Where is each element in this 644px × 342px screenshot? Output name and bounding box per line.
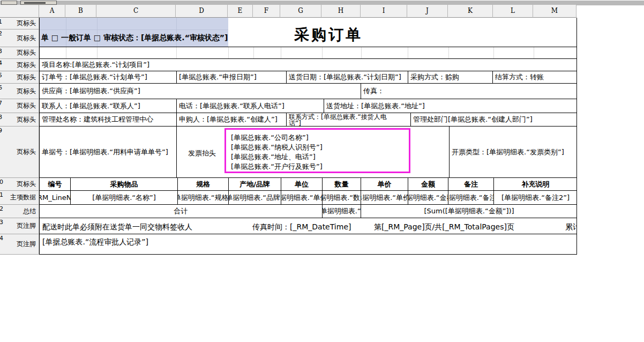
row-header-12[interactable]: 12总结 xyxy=(0,205,39,218)
band-row-3[interactable] xyxy=(39,47,577,59)
column-header-i[interactable]: I xyxy=(361,5,407,18)
cell-order-no[interactable]: 订单号：[单据总账表.“计划单号”] xyxy=(40,71,176,83)
gridline xyxy=(448,47,449,58)
band-label: 页标头 xyxy=(17,48,36,57)
row-header-9[interactable]: 9页标头 xyxy=(0,127,39,178)
band-row-14-approval[interactable]: [单据总账表.“流程审批人记录”] xyxy=(39,234,577,255)
column-header-k[interactable]: K xyxy=(448,5,493,18)
footer-page-count: 第[_RM_Page]页/共[_RM_TotalPages]页 xyxy=(374,222,514,232)
td-amount[interactable]: [单据明细表.“金额”] xyxy=(408,191,448,204)
th-price[interactable]: 单价 xyxy=(361,178,408,190)
cell-project-name[interactable]: 项目名称:[单据总账表.“计划项目”] xyxy=(40,59,577,71)
cell-supplier[interactable]: 供应商：[单据明细表.“供应商”] xyxy=(40,84,361,99)
th-spec[interactable]: 规格 xyxy=(177,178,228,190)
td-qty[interactable]: [单据明细表.“数量”] xyxy=(322,191,361,204)
row-header-4[interactable]: 4页标头 xyxy=(0,59,39,71)
band-rows-1-2: 单 □ 一般订单 □ 审核状态：[单据总账表.“审核状态”] 采购订单 xyxy=(39,18,577,47)
cell-office-name[interactable]: 管理处名称：建筑科技工程管理中心 xyxy=(40,113,176,126)
band-label: 主项数据 xyxy=(10,193,36,202)
column-header-l[interactable]: L xyxy=(493,5,533,18)
band-row-12-summary: 合计 [Sum([单据明细表.“数量”])] [Sum([单据明细表.“金额”]… xyxy=(39,205,577,218)
cell-office-department[interactable]: 管理处部门[单据总账表.“创建人部门”] xyxy=(410,113,577,126)
cell-contact-phone[interactable]: 电话：[单据总账表.“联系人电话”] xyxy=(176,99,324,113)
band-label: 页标头 xyxy=(17,87,36,96)
th-unit[interactable]: 单位 xyxy=(281,178,322,190)
cell-delivery-address[interactable]: 送货地址：[单据总账表.“地址”] xyxy=(324,99,577,113)
row-header-5[interactable]: 5页标头 xyxy=(0,71,39,84)
band-label: 页标头 xyxy=(17,73,36,82)
column-header-a[interactable]: A xyxy=(39,5,65,18)
column-header-f[interactable]: F xyxy=(253,5,280,18)
row-header-3[interactable]: 3页标头 xyxy=(0,47,39,59)
cell-total-label[interactable]: 合计 xyxy=(40,205,322,218)
cell-requester[interactable]: 申购人：[单据总账表.“创建人”] xyxy=(176,113,286,126)
td-line-no[interactable]: [_RM_LineNo] xyxy=(40,191,70,204)
th-amount[interactable]: 金额 xyxy=(408,178,448,190)
cell-purchase-method[interactable]: 采购方式：赊购 xyxy=(408,71,492,83)
order-type-checkbox-line: 单 □ 一般订单 □ 审核状态：[单据总账表.“审核状态”] xyxy=(41,33,228,43)
row-header-10[interactable]: 10页标头 xyxy=(0,178,39,191)
footer-note: 配送时此单必须附在送货单一同交物料签收人 xyxy=(42,222,192,232)
th-number[interactable]: 编号 xyxy=(40,178,70,190)
band-row-8: 管理处名称：建筑科技工程管理中心 申购人：[单据总账表.“创建人”] 联系方式：… xyxy=(39,113,577,127)
band-row-13-footer[interactable]: 配送时此单必须附在送货单一同交物料签收人 传真时间：[_RM_DateTime]… xyxy=(39,218,577,234)
row-header-13[interactable]: 13页注脚 xyxy=(0,218,39,234)
row-header-8[interactable]: 8页标头 xyxy=(0,113,39,127)
cell-declare-date[interactable]: [单据总账表.“申报日期”] xyxy=(176,71,286,83)
selected-element-box[interactable]: [单据总账表.“公司名称”] [单据总账表.“纳税人识别号”] [单据总账表.“… xyxy=(224,128,410,173)
footer-fax-time: 传真时间：[_RM_DateTime] xyxy=(252,222,351,232)
td-remark[interactable]: [单据明细表.“备注”] xyxy=(448,191,493,204)
cell-invoice-type[interactable]: 开票类型：[单据明细表.“发票类别”] xyxy=(449,127,577,177)
td-unit[interactable]: [单据明细表.“单位”] xyxy=(281,191,322,204)
grid-corner-cell[interactable] xyxy=(0,5,39,18)
cell-qty-sum[interactable]: [Sum([单据明细表.“数量”])] xyxy=(322,205,361,218)
cell-doc-no[interactable]: 单据号：[单据明细表.“用料申请单单号”] xyxy=(40,127,176,177)
td-origin[interactable]: [单据明细表.“品牌”] xyxy=(228,191,281,204)
band-label: 页标头 xyxy=(17,147,36,157)
gridline xyxy=(40,29,228,30)
toolbar-button-fragment[interactable] xyxy=(1,1,17,5)
row-header-1[interactable]: 1页标头 xyxy=(0,18,39,29)
invoice-line: [单据总账表.“纳税人识别号”] xyxy=(231,143,409,152)
th-item[interactable]: 采购物品 xyxy=(70,178,177,190)
td-extra[interactable]: [单据明细表.“备注2”] xyxy=(493,191,577,204)
invoice-line: [单据总账表.“地址、电话”] xyxy=(231,152,409,162)
gridline xyxy=(97,47,98,58)
column-header-m[interactable]: M xyxy=(533,5,576,18)
selection-block[interactable]: 单 □ 一般订单 □ 审核状态：[单据总账表.“审核状态”] xyxy=(40,18,228,47)
column-header-d[interactable]: D xyxy=(176,5,228,18)
report-title[interactable]: 采购订单 xyxy=(294,27,363,43)
cell-contact-method[interactable]: 联系方式：[单据总账表.“接货人电话”] xyxy=(286,113,410,126)
band-label: 总结 xyxy=(23,207,36,216)
th-origin[interactable]: 产地/品牌 xyxy=(228,178,281,190)
column-header-j[interactable]: J xyxy=(407,5,448,18)
th-remark[interactable]: 备注 xyxy=(448,178,493,190)
th-extra[interactable]: 补充说明 xyxy=(493,178,577,190)
column-header-e[interactable]: E xyxy=(228,5,253,18)
column-header-g[interactable]: G xyxy=(280,5,321,18)
row-header-14[interactable]: 14页注脚 xyxy=(0,234,39,255)
td-spec[interactable]: [单据明细表.“规格”] xyxy=(177,191,228,204)
th-qty[interactable]: 数量 xyxy=(322,178,361,190)
invoice-title-label: 发票抬头 xyxy=(188,148,216,158)
cell-delivery-date[interactable]: 送货日期：[单据总账表.“计划日期”] xyxy=(286,71,408,83)
cell-settlement[interactable]: 结算方式：转账 xyxy=(492,71,577,83)
row-header-2[interactable]: 2页标头 xyxy=(0,29,39,47)
cell-amount-sum[interactable]: [Sum([单据明细表.“金额”])] xyxy=(361,205,577,218)
toolbar-dropdown-fragment[interactable] xyxy=(20,1,57,5)
band-label: 页标头 xyxy=(17,34,36,43)
td-price[interactable]: [单据明细表.“单价”] xyxy=(361,191,408,204)
column-header-c[interactable]: C xyxy=(96,5,176,18)
cell-contact-person[interactable]: 联系人：[单据总账表.“联系人”] xyxy=(40,99,176,113)
row-header-7[interactable]: 7页标头 xyxy=(0,99,39,113)
column-header-h[interactable]: H xyxy=(321,5,361,18)
band-label: 页标头 xyxy=(17,180,36,189)
row-header-11[interactable]: 11主项数据 xyxy=(0,191,39,205)
td-item[interactable]: [单据明细表.“名称”] xyxy=(70,191,177,204)
gridline xyxy=(534,47,534,58)
column-header-b[interactable]: B xyxy=(65,5,96,18)
cell-fax[interactable]: 传真： xyxy=(361,84,577,99)
band-label: 页标头 xyxy=(17,61,36,70)
invoice-line: [单据总账表.“公司名称”] xyxy=(231,133,409,143)
row-header-6[interactable]: 6页标头 xyxy=(0,84,39,99)
